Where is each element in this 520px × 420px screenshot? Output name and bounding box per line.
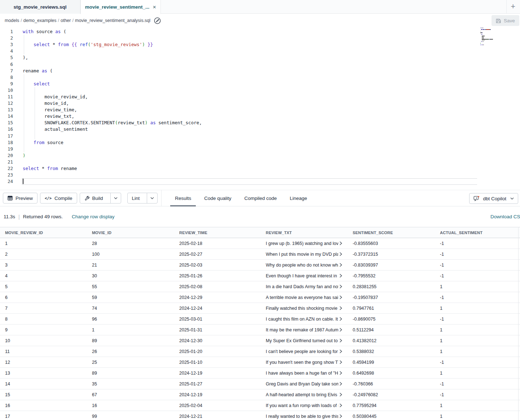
- cell: 2025-02-08: [174, 284, 261, 289]
- expand-review-icon[interactable]: [339, 263, 342, 267]
- code-line[interactable]: 23: [0, 172, 520, 178]
- line-number: 19: [0, 146, 13, 152]
- line-number: 10: [0, 87, 13, 94]
- download-csv-link[interactable]: Download CSV: [490, 214, 520, 219]
- code-line[interactable]: 15 SNOWFLAKE.CORTEX.SENTIMENT(review_txt…: [0, 120, 520, 126]
- minimap-line: [480, 30, 506, 31]
- expand-review-icon[interactable]: [339, 252, 342, 256]
- cell: 5: [0, 284, 87, 289]
- code-line[interactable]: 17: [0, 133, 520, 139]
- file-tab-1[interactable]: stg_movie_reviews.sql: [0, 0, 80, 14]
- code-editor[interactable]: 1with source as (23 select * from {{ ref…: [0, 27, 520, 190]
- expand-review-icon[interactable]: [339, 306, 342, 310]
- dbt-copilot-button[interactable]: dbt Copilot: [469, 193, 518, 204]
- lint-dropdown-button[interactable]: [147, 193, 157, 203]
- close-icon[interactable]: ✕: [153, 5, 156, 10]
- status-separator: |: [18, 214, 20, 220]
- build-dropdown-button[interactable]: [110, 193, 121, 203]
- cell: -1: [435, 392, 520, 397]
- expand-review-icon[interactable]: [339, 328, 342, 332]
- code-line[interactable]: 22select * from rename: [0, 165, 520, 172]
- lint-button[interactable]: Lint: [128, 193, 144, 203]
- cell: -1: [435, 360, 520, 365]
- indent-guide: [24, 74, 24, 81]
- expand-review-icon[interactable]: [339, 371, 342, 375]
- code-line[interactable]: 13 review_time,: [0, 107, 520, 113]
- build-button-group: Build: [80, 193, 121, 204]
- cell: 1: [435, 414, 520, 419]
- code-line[interactable]: 6: [0, 61, 520, 67]
- minimap-line: [480, 38, 506, 39]
- cell: 2: [0, 252, 87, 257]
- change-row-display-link[interactable]: Change row display: [72, 214, 115, 219]
- minimap-line: [480, 35, 506, 35]
- expand-review-icon[interactable]: [339, 317, 342, 321]
- preview-button[interactable]: Preview: [3, 193, 38, 204]
- cell: -0.83039397: [348, 263, 435, 268]
- expand-review-icon[interactable]: [339, 403, 342, 407]
- line-number: 22: [0, 165, 13, 172]
- code-line[interactable]: 21: [0, 159, 520, 165]
- cell: 1: [435, 306, 520, 311]
- expand-review-icon[interactable]: [339, 414, 342, 418]
- cell: If you want a fun romp with loads of s…: [261, 403, 348, 408]
- expand-review-icon[interactable]: [339, 241, 342, 245]
- new-tab-button[interactable]: +: [511, 2, 515, 11]
- cell: 0.4594199: [348, 360, 435, 365]
- expand-review-icon[interactable]: [339, 382, 342, 386]
- review-text: It may be the remake of 1987 Autumn'…: [266, 327, 338, 332]
- code-line[interactable]: 19: [0, 146, 520, 152]
- review-text: If you haven't seen the gong show TV s…: [266, 360, 338, 365]
- tab-lineage[interactable]: Lineage: [285, 190, 312, 206]
- copilot-label: dbt Copilot: [483, 196, 506, 201]
- expand-review-icon[interactable]: [339, 349, 342, 353]
- tab-code-quality[interactable]: Code quality: [199, 190, 236, 206]
- minimap-line: [480, 34, 506, 35]
- line-number: 21: [0, 159, 13, 165]
- line-number: 24: [0, 178, 13, 185]
- copilot-edit-icon[interactable]: [154, 17, 161, 24]
- code-line[interactable]: 4: [0, 48, 520, 54]
- compile-button[interactable]: </> Compile: [40, 193, 77, 204]
- line-number: 8: [0, 74, 13, 81]
- code-line[interactable]: 1with source as (: [0, 28, 520, 35]
- cell: 2024-12-24: [174, 306, 261, 311]
- code-line[interactable]: 8: [0, 74, 520, 81]
- code-line[interactable]: 16 actual_sentiment: [0, 126, 520, 133]
- code-line[interactable]: 20): [0, 152, 520, 159]
- code-line[interactable]: 10: [0, 87, 520, 94]
- cell: 2024-12-29: [174, 295, 261, 300]
- code-text: select * from rename: [23, 165, 77, 172]
- expand-review-icon[interactable]: [339, 360, 342, 364]
- chevron-down-icon: [150, 197, 154, 199]
- code-line[interactable]: 2: [0, 35, 520, 41]
- file-tab-2[interactable]: movie_review_sentiment_...✕: [80, 0, 161, 14]
- code-line[interactable]: 9 select: [0, 81, 520, 87]
- code-line[interactable]: 3 select * from {{ ref('stg_movie_review…: [0, 41, 520, 48]
- cell: 30: [87, 273, 174, 278]
- code-line[interactable]: 12 movie_id,: [0, 100, 520, 107]
- save-button[interactable]: Save: [492, 15, 519, 26]
- build-button[interactable]: Build: [80, 193, 107, 203]
- code-line[interactable]: 11 movie_review_id,: [0, 94, 520, 100]
- expand-review-icon[interactable]: [339, 285, 342, 289]
- code-line[interactable]: 18 from source: [0, 139, 520, 146]
- code-line[interactable]: 5),: [0, 54, 520, 61]
- indent-guide: [24, 126, 24, 133]
- cell: 67: [87, 392, 174, 397]
- expand-review-icon[interactable]: [339, 295, 342, 299]
- table-row: 7742024-12-24Finally watched this shocki…: [0, 303, 520, 314]
- expand-review-icon[interactable]: [339, 274, 342, 278]
- code-line[interactable]: 24: [0, 178, 520, 185]
- editor-minimap[interactable]: [480, 28, 506, 47]
- cell: Finally watched this shocking movie la…: [261, 306, 348, 311]
- tab-results[interactable]: Results: [170, 190, 196, 206]
- cell: 96: [87, 317, 174, 322]
- expand-review-icon[interactable]: [339, 339, 342, 343]
- tab-compiled-code[interactable]: Compiled code: [239, 190, 281, 206]
- code-line[interactable]: 7rename as (: [0, 68, 520, 74]
- expand-review-icon[interactable]: [339, 393, 342, 397]
- code-line[interactable]: 14 review_txt,: [0, 113, 520, 120]
- cell: 2025-01-10: [174, 360, 261, 365]
- indent-guide: [24, 81, 24, 87]
